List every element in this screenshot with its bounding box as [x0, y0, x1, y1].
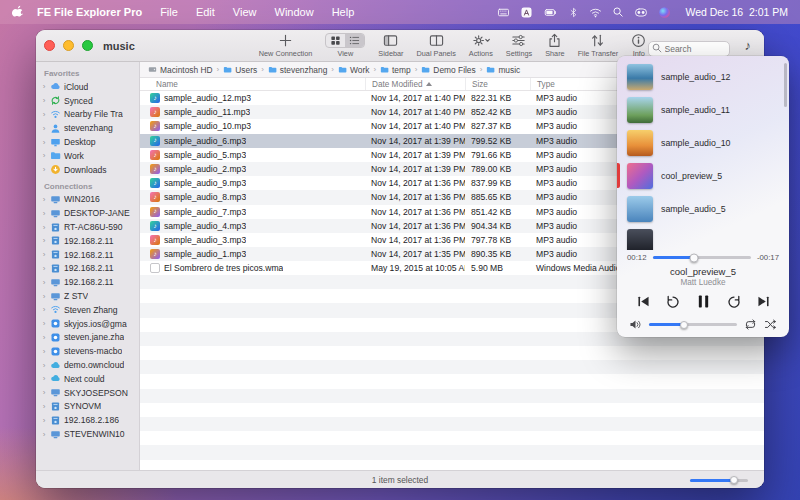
sidebar-item-next-could[interactable]: ›Next could — [36, 372, 139, 386]
search-icon[interactable] — [612, 6, 624, 18]
toolbar-info-button[interactable]: Info — [631, 33, 646, 58]
sidebar-item-stevenwin10[interactable]: ›STEVENWIN10 — [36, 427, 139, 441]
volume-knob[interactable] — [680, 321, 688, 329]
sidebar-item-rt-ac86u-590[interactable]: ›RT-AC86U-590 — [36, 220, 139, 234]
bluetooth-icon[interactable] — [568, 6, 579, 19]
pause-button[interactable] — [695, 293, 712, 310]
sidebar-item-steven-zhang[interactable]: ›Steven Zhang — [36, 303, 139, 317]
sidebar-item-demo-owncloud[interactable]: ›demo.owncloud — [36, 358, 139, 372]
control-center-icon[interactable] — [634, 6, 648, 19]
previous-button[interactable] — [636, 294, 651, 309]
toolbar-file-transfer-button[interactable]: File Transfer — [578, 33, 619, 58]
player-track-item[interactable] — [617, 225, 789, 250]
disclosure-chevron-icon[interactable]: › — [41, 96, 47, 105]
toolbar-new-connection-button[interactable]: New Connection — [259, 33, 313, 58]
sidebar-item-synced[interactable]: ›Synced — [36, 94, 139, 108]
sidebar-item-downloads[interactable]: ›Downloads — [36, 163, 139, 177]
toolbar-share-button[interactable]: Share — [545, 33, 564, 58]
disclosure-chevron-icon[interactable]: › — [41, 292, 47, 301]
sidebar-item-win2016[interactable]: ›WIN2016 — [36, 193, 139, 207]
breadcrumb-item-work[interactable]: Work — [338, 65, 369, 75]
breadcrumb-item-stevenzhang[interactable]: stevenzhang — [268, 65, 328, 75]
next-button[interactable] — [756, 294, 771, 309]
slider-knob[interactable] — [730, 476, 738, 484]
disclosure-chevron-icon[interactable]: › — [41, 250, 47, 259]
player-track-cool-preview-5[interactable]: cool_preview_5 — [617, 159, 789, 192]
close-button[interactable] — [44, 40, 55, 51]
sidebar-item-desktop-jane[interactable]: ›DESKTOP-JANE — [36, 206, 139, 220]
icon-size-slider[interactable] — [690, 479, 748, 482]
sidebar-item-skyjos-ios-gma[interactable]: ›skyjos.ios@gma — [36, 317, 139, 331]
repeat-button[interactable] — [744, 318, 757, 331]
disclosure-chevron-icon[interactable]: › — [41, 138, 47, 147]
grid-view-icon[interactable] — [326, 34, 345, 47]
sidebar-item-192-168-2-11[interactable]: ›192.168.2.11 — [36, 234, 139, 248]
wifi-icon[interactable] — [589, 6, 602, 19]
column-header-size[interactable]: Size — [465, 78, 530, 90]
breadcrumb-item-music[interactable]: music — [486, 65, 520, 75]
player-track-sample-audio-11[interactable]: sample_audio_11 — [617, 93, 789, 126]
list-view-icon[interactable] — [345, 34, 364, 47]
menu-edit[interactable]: Edit — [187, 6, 224, 18]
toolbar-dual-panels-button[interactable]: Dual Panels — [417, 33, 456, 58]
sidebar-item-192-168-2-186[interactable]: ›192.168.2.186 — [36, 413, 139, 427]
disclosure-chevron-icon[interactable]: › — [41, 416, 47, 425]
disclosure-chevron-icon[interactable]: › — [41, 264, 47, 273]
sidebar-item-nearby-file-tra[interactable]: ›Nearby File Tra — [36, 108, 139, 122]
seek-knob[interactable] — [689, 253, 698, 262]
breadcrumb-item-macintosh-hd[interactable]: Macintosh HD — [148, 65, 213, 75]
now-playing-button[interactable]: ♪ — [740, 38, 757, 53]
sidebar-item-192-168-2-11[interactable]: ›192.168.2.11 — [36, 262, 139, 276]
column-header-name[interactable]: Name — [140, 78, 365, 90]
disclosure-chevron-icon[interactable]: › — [41, 195, 47, 204]
sidebar-item-skyjosepson[interactable]: ›SKYJOSEPSON — [36, 386, 139, 400]
shuffle-button[interactable] — [764, 318, 777, 331]
disclosure-chevron-icon[interactable]: › — [41, 223, 47, 232]
sidebar-item-synovm[interactable]: ›SYNOVM — [36, 400, 139, 414]
disclosure-chevron-icon[interactable]: › — [41, 278, 47, 287]
disclosure-chevron-icon[interactable]: › — [41, 236, 47, 245]
minimize-button[interactable] — [63, 40, 74, 51]
disclosure-chevron-icon[interactable]: › — [41, 388, 47, 397]
apple-menu[interactable] — [12, 4, 24, 20]
sidebar-item-icloud[interactable]: ›iCloud — [36, 80, 139, 94]
sidebar-item-steven-jane-zha[interactable]: ›steven.jane.zha — [36, 331, 139, 345]
player-track-sample-audio-10[interactable]: sample_audio_10 — [617, 126, 789, 159]
volume-icon[interactable] — [629, 318, 642, 331]
disclosure-chevron-icon[interactable]: › — [41, 82, 47, 91]
sidebar-item-work[interactable]: ›Work — [36, 149, 139, 163]
player-track-sample-audio-12[interactable]: sample_audio_12 — [617, 60, 789, 93]
battery-icon[interactable] — [543, 6, 558, 19]
menubar-clock[interactable]: Wed Dec 16 2:01 PM — [685, 6, 788, 18]
zoom-button[interactable] — [82, 40, 93, 51]
disclosure-chevron-icon[interactable]: › — [41, 110, 47, 119]
menu-window[interactable]: Window — [266, 6, 323, 18]
disclosure-chevron-icon[interactable]: › — [41, 430, 47, 439]
sidebar-item-desktop[interactable]: ›Desktop — [36, 135, 139, 149]
sidebar-item-stevens-macbo[interactable]: ›stevens-macbo — [36, 344, 139, 358]
disclosure-chevron-icon[interactable]: › — [41, 124, 47, 133]
disclosure-chevron-icon[interactable]: › — [41, 151, 47, 160]
skip-back-button[interactable] — [665, 294, 681, 310]
menu-help[interactable]: Help — [323, 6, 364, 18]
disclosure-chevron-icon[interactable]: › — [41, 361, 47, 370]
siri-icon[interactable] — [658, 6, 671, 19]
menu-app-name[interactable]: FE File Explorer Pro — [28, 6, 151, 18]
disclosure-chevron-icon[interactable]: › — [41, 374, 47, 383]
disclosure-chevron-icon[interactable]: › — [41, 305, 47, 314]
breadcrumb-item-temp[interactable]: temp — [380, 65, 411, 75]
column-header-date-modified[interactable]: Date Modified — [365, 78, 465, 90]
menu-file[interactable]: File — [151, 6, 187, 18]
disclosure-chevron-icon[interactable]: › — [41, 319, 47, 328]
disclosure-chevron-icon[interactable]: › — [41, 209, 47, 218]
sidebar-item-z-stv[interactable]: ›Z STV — [36, 289, 139, 303]
disclosure-chevron-icon[interactable]: › — [41, 165, 47, 174]
input-a-icon[interactable] — [520, 6, 533, 19]
breadcrumb-item-demo-files[interactable]: Demo Files — [421, 65, 475, 75]
toolbar-sidebar-button[interactable]: Sidebar — [378, 33, 403, 58]
sidebar-item-stevenzhang[interactable]: ›stevenzhang — [36, 121, 139, 135]
keyboard-icon[interactable] — [497, 6, 510, 19]
sidebar-item-192-168-2-11[interactable]: ›192.168.2.11 — [36, 248, 139, 262]
menu-view[interactable]: View — [224, 6, 266, 18]
seek-slider[interactable] — [653, 256, 751, 259]
